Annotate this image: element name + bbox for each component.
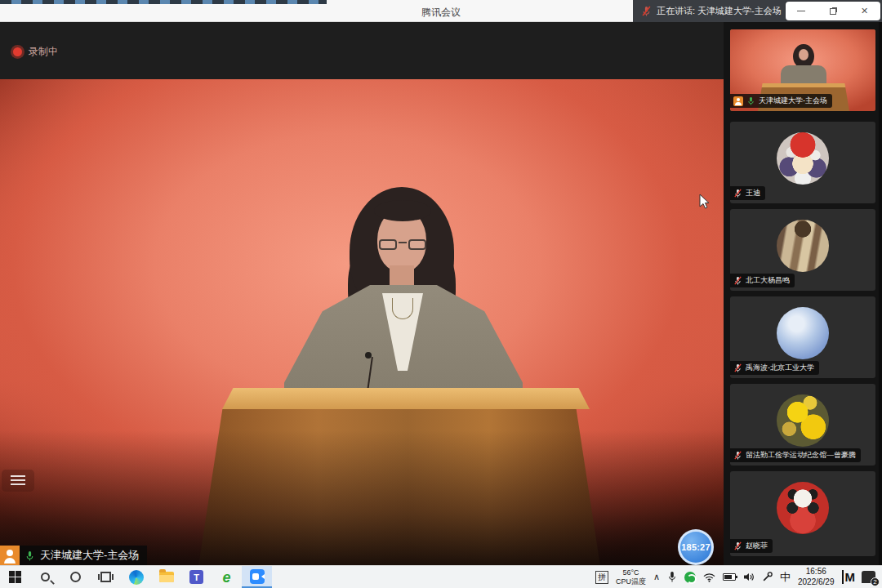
minimize-button[interactable] [792, 5, 810, 18]
recording-label: 录制中 [29, 45, 58, 59]
tencent-meeting-taskbar-button[interactable] [242, 566, 272, 588]
speaking-banner-text: 正在讲话: 天津城建大学-主会场 [657, 5, 782, 17]
participant-name: 赵晓菲 [746, 541, 768, 551]
participant-name: 留法勤工俭学运动纪念馆—曾豪腾 [746, 450, 856, 461]
participant-tile[interactable]: 留法勤工俭学运动纪念馆—曾豪腾 [730, 384, 875, 466]
wifi-icon[interactable] [703, 572, 715, 582]
close-button[interactable]: ✕ [856, 5, 874, 18]
participant-name: 禹海波-北京工业大学 [746, 363, 814, 373]
file-explorer-button[interactable] [151, 566, 181, 588]
host-person-icon [733, 96, 743, 106]
hidden-icons-chevron[interactable]: ∧ [653, 572, 660, 582]
main-video-stage [0, 79, 724, 565]
participant-tile[interactable]: 天津城建大学-主会场 [730, 29, 875, 111]
recording-indicator: 录制中 [13, 45, 58, 59]
participants-rail: 天津城建大学-主会场 王迪 [724, 22, 882, 565]
notification-center-button[interactable]: 2 [862, 571, 875, 583]
cortana-button[interactable] [60, 566, 91, 588]
microphone-tray-icon[interactable] [667, 571, 677, 583]
podium-mic-icon [365, 352, 372, 359]
mic-muted-icon [733, 276, 742, 285]
teams-icon: T [189, 570, 203, 584]
task-view-icon [100, 572, 111, 582]
mic-muted-icon [641, 6, 652, 16]
speaker-fringe [374, 200, 431, 221]
avatar-cathedral-photo [777, 220, 829, 272]
participant-tile[interactable]: 王迪 [730, 122, 875, 203]
speaker-icon[interactable] [743, 572, 755, 582]
tencent-meeting-icon [250, 569, 265, 584]
start-button[interactable] [0, 566, 30, 588]
active-speaker-name: 天津城建大学-主会场 [40, 548, 139, 563]
ie-icon: e [222, 570, 230, 585]
participant-name: 王迪 [746, 188, 760, 198]
ime-language-indicator[interactable]: 中 [780, 570, 791, 585]
podium-top [222, 388, 590, 409]
host-person-icon [0, 546, 20, 565]
background-window-fragment [0, 0, 327, 4]
cortana-icon [70, 572, 81, 582]
search-icon [41, 572, 50, 581]
mic-muted-icon [733, 363, 742, 372]
participant-name: 北工大杨昌鸣 [746, 275, 790, 286]
antivirus-tray-icon[interactable] [684, 572, 696, 583]
recording-dot-icon [13, 47, 22, 56]
meeting-timer-bubble[interactable]: 185:27 [678, 529, 714, 565]
list-icon [11, 475, 25, 486]
edge-icon [129, 570, 144, 585]
rail-scrollbar[interactable] [879, 22, 882, 565]
tencent-meeting-screen: 腾讯会议 正在讲话: 天津城建大学-主会场 ✕ 录制中 [0, 0, 882, 588]
agenda-toggle-button[interactable] [2, 470, 34, 492]
mic-muted-icon [733, 451, 742, 460]
avatar-panda-red [777, 482, 829, 534]
folder-icon [159, 572, 174, 582]
participant-name: 天津城建大学-主会场 [759, 96, 827, 106]
speaker-glasses [379, 239, 426, 251]
participant-tile[interactable]: 赵晓菲 [730, 471, 875, 556]
windows-taskbar: T e 拼 56°C CPU温度 ∧ [0, 565, 882, 588]
connector-tray-icon[interactable] [762, 572, 773, 582]
teams-button[interactable]: T [181, 566, 212, 588]
window-controls: ✕ [786, 2, 880, 20]
mic-active-icon [746, 96, 755, 105]
avatar-yellow-flowers [777, 394, 829, 447]
mic-muted-icon [733, 541, 742, 550]
notification-badge: 2 [871, 577, 880, 586]
battery-icon[interactable] [723, 573, 736, 581]
oem-logo: M [842, 570, 855, 584]
speaker-necklace [392, 298, 413, 319]
restore-button[interactable] [824, 5, 842, 18]
windows-logo-icon [9, 571, 21, 583]
mic-active-icon [24, 550, 35, 561]
avatar-anime-santa [777, 132, 829, 185]
participant-tile[interactable]: 北工大杨昌鸣 [730, 209, 875, 291]
avatar-blue-sphere [777, 307, 829, 359]
search-button[interactable] [30, 566, 60, 588]
mic-muted-icon [733, 189, 742, 198]
mouse-cursor [699, 194, 710, 210]
cpu-temperature: 56°C CPU温度 [616, 568, 646, 586]
ie-button[interactable]: e [212, 566, 242, 588]
ime-pinyin-badge[interactable]: 拼 [595, 571, 608, 584]
participant-tile[interactable]: 禹海波-北京工业大学 [730, 296, 875, 378]
edge-button[interactable] [121, 566, 151, 588]
task-view-button[interactable] [91, 566, 121, 588]
meeting-timer-value: 185:27 [681, 542, 710, 552]
taskbar-clock[interactable]: 16:56 2022/6/29 [798, 567, 835, 587]
active-speaker-nameplate: 天津城建大学-主会场 [0, 546, 147, 565]
